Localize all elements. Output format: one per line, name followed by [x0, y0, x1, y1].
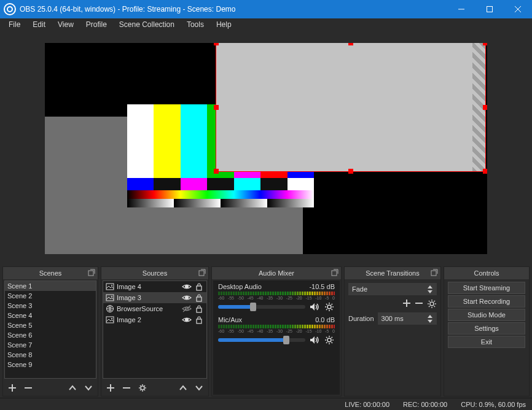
sources-list[interactable]: Image 4Image 3BrowserSourceImage 2	[103, 280, 207, 379]
visibility-toggle[interactable]	[182, 315, 192, 325]
close-button[interactable]	[504, 0, 532, 18]
remove-scene-button[interactable]	[22, 381, 35, 395]
mixer-title: Audio Mixer	[259, 269, 294, 277]
svg-rect-3	[106, 284, 114, 290]
svg-rect-19	[332, 271, 337, 276]
controls-title: Controls	[474, 269, 499, 277]
vu-meter	[218, 325, 335, 328]
channel-settings-button[interactable]	[324, 335, 335, 346]
source-item[interactable]: Image 4	[103, 281, 206, 292]
mute-button[interactable]	[309, 335, 320, 346]
move-scene-up-button[interactable]	[66, 381, 79, 395]
scenes-title: Scenes	[39, 269, 62, 277]
popout-icon[interactable]	[431, 269, 438, 276]
transition-properties-button[interactable]	[427, 299, 437, 309]
menu-view[interactable]: View	[52, 18, 80, 32]
image-icon	[106, 293, 114, 302]
remove-transition-button[interactable]	[415, 299, 423, 309]
minimize-button[interactable]	[447, 0, 475, 18]
lock-toggle[interactable]	[194, 293, 204, 303]
scene-item[interactable]: Scene 6	[5, 330, 96, 340]
sources-toolbar	[101, 380, 208, 396]
updown-icon	[427, 285, 433, 294]
popout-icon[interactable]	[331, 269, 338, 276]
transition-selected: Fade	[352, 285, 367, 293]
menu-edit[interactable]: Edit	[26, 18, 52, 32]
lock-toggle[interactable]	[194, 315, 204, 325]
svg-rect-13	[197, 308, 201, 312]
preview-canvas[interactable]	[45, 43, 487, 254]
controls-dock: Controls Start StreamingStart RecordingS…	[444, 266, 530, 396]
mixer-list: Desktop Audio-10.5 dB-60-55-50-45-40-35-…	[213, 280, 340, 395]
menu-file[interactable]: File	[2, 18, 26, 32]
updown-icon	[427, 314, 433, 323]
move-source-down-button[interactable]	[192, 381, 206, 395]
scene-item[interactable]: Scene 7	[5, 340, 96, 350]
mixer-header: Audio Mixer	[212, 267, 341, 279]
start-streaming-button[interactable]: Start Streaming	[448, 282, 525, 294]
transition-select[interactable]: Fade	[348, 283, 437, 295]
duration-label: Duration	[348, 315, 374, 322]
svg-rect-7	[106, 295, 114, 301]
add-scene-button[interactable]	[6, 381, 19, 395]
source-item[interactable]: Image 2	[103, 314, 206, 325]
menu-scene-collection[interactable]: Scene Collection	[113, 18, 181, 32]
preview-area	[0, 32, 532, 265]
menu-tools[interactable]: Tools	[181, 18, 210, 32]
scene-item[interactable]: Scene 9	[5, 360, 96, 369]
menu-help[interactable]: Help	[210, 18, 238, 32]
add-transition-button[interactable]	[402, 299, 411, 309]
scene-item[interactable]: Scene 2	[5, 291, 96, 301]
add-source-button[interactable]	[104, 381, 117, 395]
mixer-channel: Desktop Audio-10.5 dB-60-55-50-45-40-35-…	[213, 280, 340, 314]
globe-icon	[106, 304, 114, 313]
status-rec: REC: 00:00:00	[403, 401, 447, 408]
preview-source-box	[216, 43, 486, 172]
scenes-dock: Scenes Scene 1Scene 2Scene 3Scene 4Scene…	[2, 266, 98, 396]
volume-slider[interactable]	[218, 338, 305, 342]
channel-level: -10.5 dB	[309, 283, 335, 290]
studio-mode-button[interactable]: Studio Mode	[448, 309, 525, 321]
start-recording-button[interactable]: Start Recording	[448, 295, 525, 308]
source-label: BrowserSource	[117, 305, 179, 312]
source-item[interactable]: Image 3	[103, 292, 206, 303]
duration-input[interactable]: 300 ms	[378, 312, 437, 325]
visibility-toggle[interactable]	[182, 304, 192, 314]
maximize-button[interactable]	[475, 0, 504, 18]
svg-point-23	[430, 302, 434, 306]
mixer-channel: Mic/Aux0.0 dB-60-55-50-45-40-35-30-25-20…	[213, 314, 340, 347]
source-label: Image 2	[117, 316, 179, 323]
scene-item[interactable]: Scene 5	[5, 320, 96, 330]
visibility-toggle[interactable]	[182, 282, 192, 292]
popout-icon[interactable]	[198, 269, 206, 276]
move-source-up-button[interactable]	[176, 381, 190, 395]
meter-ticks: -60-55-50-45-40-35-30-25-20-15-10-50	[218, 329, 335, 333]
svg-point-20	[327, 305, 331, 309]
menu-profile[interactable]: Profile	[80, 18, 113, 32]
scenes-list[interactable]: Scene 1Scene 2Scene 3Scene 4Scene 5Scene…	[4, 280, 96, 379]
source-item[interactable]: BrowserSource	[103, 303, 206, 314]
scene-item[interactable]: Scene 3	[5, 301, 96, 311]
volume-slider[interactable]	[218, 305, 305, 309]
remove-source-button[interactable]	[120, 381, 133, 395]
svg-point-9	[186, 296, 189, 300]
channel-level: 0.0 dB	[315, 316, 335, 323]
scene-item[interactable]: Scene 1	[5, 281, 96, 291]
menubar: FileEditViewProfileScene CollectionTools…	[0, 18, 532, 32]
source-properties-button[interactable]	[136, 381, 149, 395]
svg-point-8	[111, 296, 112, 297]
mute-button[interactable]	[309, 301, 320, 312]
move-scene-down-button[interactable]	[82, 381, 95, 395]
lock-toggle[interactable]	[194, 282, 204, 292]
scene-item[interactable]: Scene 4	[5, 311, 96, 320]
scene-item[interactable]: Scene 8	[5, 350, 96, 360]
svg-point-4	[111, 285, 112, 286]
lock-toggle[interactable]	[194, 304, 204, 314]
settings-button[interactable]: Settings	[448, 322, 525, 335]
sources-header: Sources	[101, 267, 208, 279]
window-titlebar: OBS 25.0.4 (64-bit, windows) - Profile: …	[0, 0, 532, 18]
channel-settings-button[interactable]	[324, 301, 335, 312]
visibility-toggle[interactable]	[182, 293, 192, 303]
exit-button[interactable]: Exit	[448, 336, 525, 348]
popout-icon[interactable]	[88, 269, 95, 276]
